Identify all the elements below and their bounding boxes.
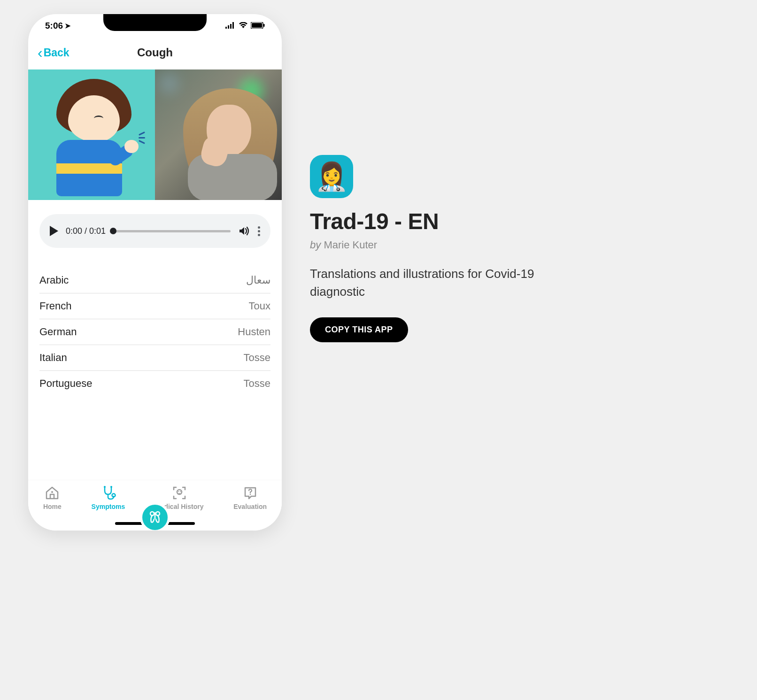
tab-home[interactable]: Home [43,485,62,510]
back-button[interactable]: ‹ Back [38,45,70,60]
audio-player[interactable]: 0:00 / 0:01 [39,214,270,248]
home-icon [44,485,60,501]
translation-lang: Italian [39,352,67,364]
svg-rect-6 [263,24,265,27]
page-title: Cough [137,46,173,59]
audio-more-icon[interactable] [258,226,260,236]
translation-lang: French [39,300,71,312]
svg-point-9 [51,491,53,493]
translation-row[interactable]: Arabic سعال [39,268,270,293]
phone-notch [103,14,207,31]
app-description: Translations and illustrations for Covid… [310,265,554,300]
audio-seek-track[interactable] [113,230,231,232]
back-label: Back [44,46,70,59]
symptom-images [28,69,282,200]
tab-label: Symptoms [92,503,125,510]
translation-value: سعال [246,274,270,286]
wifi-icon [239,21,248,31]
tab-label: Home [43,503,62,510]
photo-cough [155,69,282,200]
doctor-emoji-icon: 👩‍⚕️ [315,161,348,192]
copy-app-button[interactable]: COPY THIS APP [310,317,408,342]
translation-row[interactable]: French Toux [39,293,270,319]
face-scan-icon [171,485,187,501]
svg-rect-0 [225,27,227,29]
svg-point-15 [180,491,181,492]
translation-lang: German [39,326,77,338]
svg-point-14 [178,491,179,492]
app-icon: 👩‍⚕️ [310,155,353,198]
chevron-left-icon: ‹ [38,45,43,60]
content-area: 0:00 / 0:01 Arabic سعال French Toux Germ… [28,200,282,396]
svg-point-10 [112,494,116,497]
volume-icon[interactable] [238,225,250,237]
translation-value: Tosse [244,377,270,390]
app-info-panel: 👩‍⚕️ Trad-19 - EN by Marie Kuter Transla… [310,155,554,342]
nav-bar: ‹ Back Cough [28,34,282,69]
svg-rect-1 [228,25,229,29]
cellular-icon [225,21,236,31]
app-title: Trad-19 - EN [310,208,554,234]
translation-lang: Arabic [39,274,69,286]
battery-icon [251,21,265,31]
author-name: Marie Kuter [324,239,377,251]
translation-lang: Portuguese [39,377,93,390]
status-time: 5:06 [45,21,63,31]
tab-label: Evaluation [233,503,267,510]
location-icon: ➤ [65,22,71,30]
svg-point-16 [249,494,251,495]
translation-value: Tosse [244,352,270,364]
svg-rect-2 [230,24,232,29]
tab-symptoms[interactable]: Symptoms [92,485,125,510]
translation-value: Toux [249,300,270,312]
phone-mockup: 5:06 ➤ ‹ Back Cough [28,14,282,531]
svg-rect-3 [232,22,234,29]
illustration-cough [28,69,155,200]
play-icon[interactable] [50,226,58,236]
stethoscope-icon [100,485,116,501]
by-label: by [310,239,321,251]
translation-row[interactable]: Portuguese Tosse [39,371,270,396]
svg-rect-5 [252,23,262,28]
tab-evaluation[interactable]: Evaluation [233,485,267,510]
translation-value: Husten [238,326,270,338]
translation-row[interactable]: German Husten [39,319,270,345]
translations-list: Arabic سعال French Toux German Husten It… [39,268,270,396]
audio-time: 0:00 / 0:01 [66,226,106,236]
app-author: by Marie Kuter [310,239,554,251]
lungs-badge-icon [140,502,170,531]
svg-point-11 [104,486,106,488]
question-chat-icon [242,485,258,501]
svg-point-12 [110,486,112,488]
translation-row[interactable]: Italian Tosse [39,345,270,371]
